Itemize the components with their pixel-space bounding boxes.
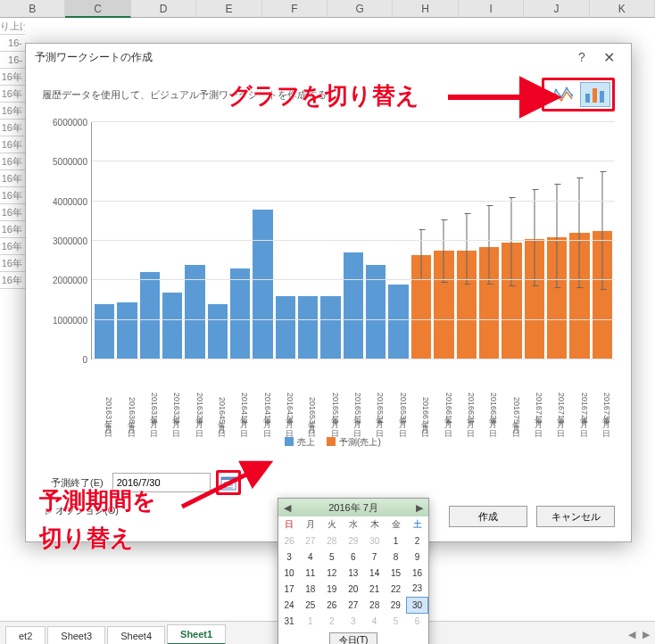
annotation-period-2: 切り替え [39,523,134,554]
calendar-day[interactable]: 6 [343,549,364,565]
calendar-day[interactable]: 1 [300,613,321,629]
sheet-tab-et2[interactable]: et2 [5,626,46,644]
x-tick-label: 2016年5月17日 [344,359,363,424]
calendar-day[interactable]: 30 [407,597,428,613]
calendar-day[interactable]: 13 [343,565,364,581]
calendar-day[interactable]: 9 [407,549,428,565]
calendar-day[interactable]: 29 [343,533,364,549]
column-header-B[interactable]: B [0,0,65,18]
calendar-day[interactable]: 10 [278,565,300,581]
bar-slot [525,122,544,359]
bar-slot [366,122,386,359]
calendar-day[interactable]: 12 [321,565,343,581]
calendar-day[interactable]: 20 [343,581,364,597]
column-header-H[interactable]: H [393,0,458,18]
sheet-tab-Sheet4[interactable]: Sheet4 [107,626,165,644]
column-header-K[interactable]: K [590,0,655,18]
x-tick-label: 2016年6月14日 [434,359,453,424]
bar-slot [593,122,612,359]
calendar-day[interactable]: 5 [321,549,343,565]
calendar-dow: 土 [407,516,428,533]
close-button[interactable]: ✕ [595,49,622,66]
svg-rect-7 [600,91,604,103]
calendar-day[interactable]: 14 [364,565,386,581]
x-tick-label: 2016年5月24日 [366,359,386,424]
calendar-day[interactable]: 22 [386,581,407,597]
calendar-day[interactable]: 19 [321,581,343,597]
error-bar [511,197,512,286]
calendar-day[interactable]: 2 [407,533,428,549]
svg-line-14 [182,464,268,507]
bar-slot [230,122,250,359]
calendar-day[interactable]: 7 [364,549,386,565]
bar-actual [162,293,182,359]
calendar-day[interactable]: 3 [343,613,364,629]
sheet-tab-Sheet3[interactable]: Sheet3 [47,626,105,644]
error-bar [444,219,444,283]
calendar-day[interactable]: 26 [278,533,300,549]
sheet-tab-Sheet1[interactable]: Sheet1 [167,624,226,644]
bar-actual [253,210,272,359]
bar-slot [162,122,182,359]
column-header-C[interactable]: C [65,0,130,18]
calendar-grid: 日月火水木金土262728293012345678910111213141516… [278,516,428,629]
bar-actual [230,268,250,359]
column-header-F[interactable]: F [262,0,328,18]
bar-slot [502,122,521,359]
calendar-day[interactable]: 16 [407,565,428,581]
x-tick-label: 2016年4月26日 [276,359,295,424]
scroll-right-icon[interactable]: ▶ [643,629,650,640]
calendar-day[interactable]: 4 [364,613,386,629]
column-header-G[interactable]: G [328,0,393,18]
calendar-day[interactable]: 23 [407,581,428,597]
x-tick-label: 2016年6月7日 [411,359,431,424]
calendar-day[interactable]: 17 [278,581,300,597]
calendar-day[interactable]: 29 [386,597,407,613]
calendar-day[interactable]: 18 [300,581,321,597]
annotation-period-1: 予測期間を [39,485,156,516]
error-bar [601,171,602,290]
error-bar [466,213,467,285]
x-axis-labels: 2016年3月1日2016年3月8日2016年3月15日2016年3月22日20… [92,359,615,424]
help-button[interactable]: ? [568,50,595,64]
calendar-next-button[interactable]: ▶ [412,502,427,514]
cancel-button[interactable]: キャンセル [536,506,615,527]
calendar-dow: 金 [386,516,407,533]
calendar-prev-button[interactable]: ◀ [280,502,294,514]
calendar-day[interactable]: 27 [343,597,364,613]
calendar-day[interactable]: 25 [300,597,321,613]
calendar-day[interactable]: 11 [300,565,321,581]
calendar-day[interactable]: 6 [407,613,428,629]
create-button[interactable]: 作成 [449,506,527,527]
calendar-day[interactable]: 21 [364,581,386,597]
column-header-J[interactable]: J [524,0,589,18]
x-tick-label: 2016年6月21日 [457,359,477,424]
calendar-day[interactable]: 1 [386,533,407,549]
calendar-today-button[interactable]: 今日(T) [329,632,378,644]
calendar-day[interactable]: 24 [278,597,300,613]
column-header-E[interactable]: E [196,0,261,18]
calendar-day[interactable]: 3 [278,549,300,565]
x-tick-label: 2016年3月29日 [185,359,204,424]
calendar-day[interactable]: 30 [364,533,386,549]
calendar-day[interactable]: 5 [386,613,407,629]
calendar-day[interactable]: 8 [386,549,407,565]
column-header-D[interactable]: D [131,0,196,18]
bar-slot [117,122,137,359]
calendar-day[interactable]: 2 [321,613,343,629]
scroll-left-icon[interactable]: ◀ [628,629,635,640]
calendar-day[interactable]: 27 [300,533,321,549]
x-tick-label: 2016年4月5日 [208,359,228,424]
bar-actual [117,302,137,359]
x-tick-label: 2016年6月28日 [479,359,499,424]
column-header-I[interactable]: I [459,0,524,18]
calendar-day[interactable]: 28 [364,597,386,613]
legend-swatch-forecast [327,437,336,446]
y-tick: 1000000 [42,315,87,325]
calendar-day[interactable]: 15 [386,565,407,581]
calendar-day[interactable]: 28 [321,533,343,549]
calendar-day[interactable]: 4 [300,549,321,565]
bar-chart-button[interactable] [580,82,610,107]
calendar-day[interactable]: 31 [278,613,300,629]
calendar-day[interactable]: 26 [321,597,343,613]
